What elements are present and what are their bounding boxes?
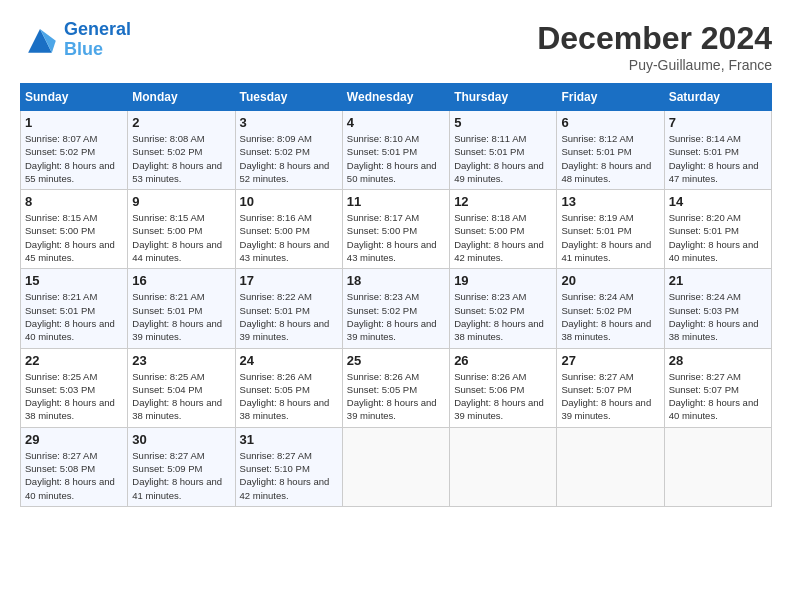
day-number: 23	[132, 353, 230, 368]
weekday-header-wednesday: Wednesday	[342, 84, 449, 111]
day-info: Sunrise: 8:26 AMSunset: 5:05 PMDaylight:…	[347, 370, 445, 423]
day-info: Sunrise: 8:26 AMSunset: 5:06 PMDaylight:…	[454, 370, 552, 423]
calendar-day-31: 31Sunrise: 8:27 AMSunset: 5:10 PMDayligh…	[235, 427, 342, 506]
logo-text: General Blue	[64, 20, 131, 60]
day-number: 18	[347, 273, 445, 288]
day-info: Sunrise: 8:15 AMSunset: 5:00 PMDaylight:…	[132, 211, 230, 264]
day-info: Sunrise: 8:19 AMSunset: 5:01 PMDaylight:…	[561, 211, 659, 264]
day-info: Sunrise: 8:22 AMSunset: 5:01 PMDaylight:…	[240, 290, 338, 343]
page-header: General Blue December 2024 Puy-Guillaume…	[20, 20, 772, 73]
empty-day	[664, 427, 771, 506]
day-info: Sunrise: 8:27 AMSunset: 5:07 PMDaylight:…	[669, 370, 767, 423]
calendar-week-3: 15Sunrise: 8:21 AMSunset: 5:01 PMDayligh…	[21, 269, 772, 348]
day-info: Sunrise: 8:24 AMSunset: 5:02 PMDaylight:…	[561, 290, 659, 343]
calendar-day-26: 26Sunrise: 8:26 AMSunset: 5:06 PMDayligh…	[450, 348, 557, 427]
day-number: 11	[347, 194, 445, 209]
calendar-day-4: 4Sunrise: 8:10 AMSunset: 5:01 PMDaylight…	[342, 111, 449, 190]
day-number: 22	[25, 353, 123, 368]
day-number: 8	[25, 194, 123, 209]
day-info: Sunrise: 8:27 AMSunset: 5:09 PMDaylight:…	[132, 449, 230, 502]
day-info: Sunrise: 8:20 AMSunset: 5:01 PMDaylight:…	[669, 211, 767, 264]
calendar-day-20: 20Sunrise: 8:24 AMSunset: 5:02 PMDayligh…	[557, 269, 664, 348]
day-number: 6	[561, 115, 659, 130]
calendar-day-6: 6Sunrise: 8:12 AMSunset: 5:01 PMDaylight…	[557, 111, 664, 190]
day-info: Sunrise: 8:24 AMSunset: 5:03 PMDaylight:…	[669, 290, 767, 343]
day-number: 10	[240, 194, 338, 209]
day-number: 3	[240, 115, 338, 130]
calendar-day-16: 16Sunrise: 8:21 AMSunset: 5:01 PMDayligh…	[128, 269, 235, 348]
day-number: 28	[669, 353, 767, 368]
calendar-day-13: 13Sunrise: 8:19 AMSunset: 5:01 PMDayligh…	[557, 190, 664, 269]
empty-day	[450, 427, 557, 506]
calendar-day-25: 25Sunrise: 8:26 AMSunset: 5:05 PMDayligh…	[342, 348, 449, 427]
day-info: Sunrise: 8:12 AMSunset: 5:01 PMDaylight:…	[561, 132, 659, 185]
calendar-day-11: 11Sunrise: 8:17 AMSunset: 5:00 PMDayligh…	[342, 190, 449, 269]
calendar-week-2: 8Sunrise: 8:15 AMSunset: 5:00 PMDaylight…	[21, 190, 772, 269]
day-number: 2	[132, 115, 230, 130]
calendar-week-4: 22Sunrise: 8:25 AMSunset: 5:03 PMDayligh…	[21, 348, 772, 427]
day-info: Sunrise: 8:21 AMSunset: 5:01 PMDaylight:…	[132, 290, 230, 343]
location-subtitle: Puy-Guillaume, France	[537, 57, 772, 73]
day-number: 24	[240, 353, 338, 368]
calendar-week-1: 1Sunrise: 8:07 AMSunset: 5:02 PMDaylight…	[21, 111, 772, 190]
calendar-day-22: 22Sunrise: 8:25 AMSunset: 5:03 PMDayligh…	[21, 348, 128, 427]
day-info: Sunrise: 8:11 AMSunset: 5:01 PMDaylight:…	[454, 132, 552, 185]
day-info: Sunrise: 8:15 AMSunset: 5:00 PMDaylight:…	[25, 211, 123, 264]
day-number: 30	[132, 432, 230, 447]
weekday-header-monday: Monday	[128, 84, 235, 111]
calendar-day-17: 17Sunrise: 8:22 AMSunset: 5:01 PMDayligh…	[235, 269, 342, 348]
day-info: Sunrise: 8:21 AMSunset: 5:01 PMDaylight:…	[25, 290, 123, 343]
calendar-table: SundayMondayTuesdayWednesdayThursdayFrid…	[20, 83, 772, 507]
day-number: 26	[454, 353, 552, 368]
day-info: Sunrise: 8:17 AMSunset: 5:00 PMDaylight:…	[347, 211, 445, 264]
day-number: 20	[561, 273, 659, 288]
empty-day	[342, 427, 449, 506]
day-info: Sunrise: 8:27 AMSunset: 5:08 PMDaylight:…	[25, 449, 123, 502]
calendar-day-2: 2Sunrise: 8:08 AMSunset: 5:02 PMDaylight…	[128, 111, 235, 190]
calendar-day-30: 30Sunrise: 8:27 AMSunset: 5:09 PMDayligh…	[128, 427, 235, 506]
weekday-header-sunday: Sunday	[21, 84, 128, 111]
calendar-day-12: 12Sunrise: 8:18 AMSunset: 5:00 PMDayligh…	[450, 190, 557, 269]
day-number: 25	[347, 353, 445, 368]
day-number: 1	[25, 115, 123, 130]
weekday-header-saturday: Saturday	[664, 84, 771, 111]
day-number: 13	[561, 194, 659, 209]
day-info: Sunrise: 8:25 AMSunset: 5:04 PMDaylight:…	[132, 370, 230, 423]
calendar-day-1: 1Sunrise: 8:07 AMSunset: 5:02 PMDaylight…	[21, 111, 128, 190]
day-number: 7	[669, 115, 767, 130]
weekday-header-thursday: Thursday	[450, 84, 557, 111]
day-number: 15	[25, 273, 123, 288]
day-info: Sunrise: 8:10 AMSunset: 5:01 PMDaylight:…	[347, 132, 445, 185]
calendar-day-29: 29Sunrise: 8:27 AMSunset: 5:08 PMDayligh…	[21, 427, 128, 506]
calendar-day-23: 23Sunrise: 8:25 AMSunset: 5:04 PMDayligh…	[128, 348, 235, 427]
logo: General Blue	[20, 20, 131, 60]
month-title: December 2024	[537, 20, 772, 57]
calendar-day-21: 21Sunrise: 8:24 AMSunset: 5:03 PMDayligh…	[664, 269, 771, 348]
day-number: 31	[240, 432, 338, 447]
day-number: 5	[454, 115, 552, 130]
calendar-week-5: 29Sunrise: 8:27 AMSunset: 5:08 PMDayligh…	[21, 427, 772, 506]
day-number: 27	[561, 353, 659, 368]
day-info: Sunrise: 8:08 AMSunset: 5:02 PMDaylight:…	[132, 132, 230, 185]
calendar-day-15: 15Sunrise: 8:21 AMSunset: 5:01 PMDayligh…	[21, 269, 128, 348]
day-info: Sunrise: 8:27 AMSunset: 5:07 PMDaylight:…	[561, 370, 659, 423]
day-number: 17	[240, 273, 338, 288]
day-info: Sunrise: 8:18 AMSunset: 5:00 PMDaylight:…	[454, 211, 552, 264]
day-number: 14	[669, 194, 767, 209]
title-block: December 2024 Puy-Guillaume, France	[537, 20, 772, 73]
calendar-day-10: 10Sunrise: 8:16 AMSunset: 5:00 PMDayligh…	[235, 190, 342, 269]
day-info: Sunrise: 8:07 AMSunset: 5:02 PMDaylight:…	[25, 132, 123, 185]
calendar-day-14: 14Sunrise: 8:20 AMSunset: 5:01 PMDayligh…	[664, 190, 771, 269]
day-number: 4	[347, 115, 445, 130]
calendar-day-5: 5Sunrise: 8:11 AMSunset: 5:01 PMDaylight…	[450, 111, 557, 190]
calendar-day-18: 18Sunrise: 8:23 AMSunset: 5:02 PMDayligh…	[342, 269, 449, 348]
weekday-header-friday: Friday	[557, 84, 664, 111]
calendar-day-7: 7Sunrise: 8:14 AMSunset: 5:01 PMDaylight…	[664, 111, 771, 190]
day-info: Sunrise: 8:16 AMSunset: 5:00 PMDaylight:…	[240, 211, 338, 264]
calendar-header: SundayMondayTuesdayWednesdayThursdayFrid…	[21, 84, 772, 111]
day-info: Sunrise: 8:09 AMSunset: 5:02 PMDaylight:…	[240, 132, 338, 185]
day-number: 21	[669, 273, 767, 288]
day-number: 12	[454, 194, 552, 209]
day-number: 29	[25, 432, 123, 447]
day-info: Sunrise: 8:23 AMSunset: 5:02 PMDaylight:…	[454, 290, 552, 343]
